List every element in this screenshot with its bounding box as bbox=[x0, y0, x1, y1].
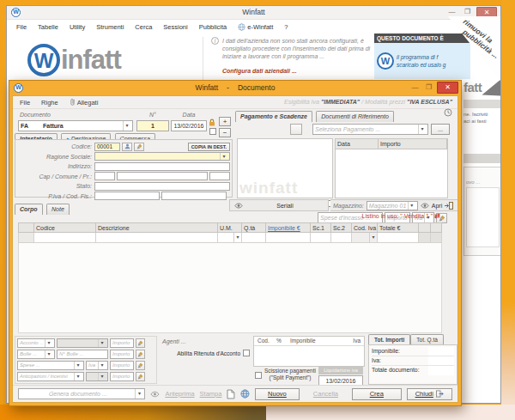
eye-icon[interactable] bbox=[150, 391, 160, 398]
customer-code-field[interactable]: 00001 bbox=[94, 143, 120, 151]
item-code-cell[interactable] bbox=[33, 233, 95, 243]
document-date-field[interactable]: 13/02/2016 bbox=[171, 120, 207, 131]
clear-bolle-button[interactable] bbox=[136, 350, 145, 359]
comune-field[interactable] bbox=[117, 172, 208, 180]
cancella-button[interactable]: Cancella bbox=[305, 390, 347, 398]
customer-lookup-button[interactable] bbox=[122, 143, 132, 151]
split-payment-checkbox[interactable] bbox=[255, 372, 262, 379]
maximize-icon[interactable]: ❐ bbox=[423, 82, 434, 93]
dialog-titlebar[interactable]: W Winfatt-Documento — ❐ ✕ bbox=[9, 81, 461, 95]
door-exit-icon[interactable] bbox=[445, 202, 453, 210]
company-name-select[interactable]: ▾ bbox=[94, 152, 230, 161]
dialog-title: Winfatt-Documento bbox=[9, 83, 461, 92]
chiudi-button[interactable]: Chiudi bbox=[407, 388, 452, 400]
item-qty-cell[interactable] bbox=[241, 233, 265, 243]
menu-righe[interactable]: Righe bbox=[41, 99, 58, 107]
menu-pubblicita[interactable]: Pubblicità bbox=[199, 23, 227, 31]
apri-button[interactable]: Apri bbox=[432, 203, 442, 209]
agenti-label: Agenti ... bbox=[162, 338, 186, 344]
globe-icon[interactable] bbox=[240, 389, 250, 399]
crea-button[interactable]: Crea bbox=[352, 388, 401, 400]
menu-help[interactable]: ? bbox=[284, 23, 288, 31]
seriali-group: Seriali bbox=[229, 199, 329, 211]
item-um-cell[interactable]: ▾ bbox=[217, 233, 241, 243]
menu-sessioni[interactable]: Sessioni bbox=[163, 23, 187, 31]
item-entry-row[interactable]: ▾ ▾ bbox=[18, 233, 442, 243]
acconto-type-select[interactable]: ▾ bbox=[57, 338, 108, 348]
document-icon[interactable] bbox=[227, 389, 235, 399]
clear-acconto-button[interactable] bbox=[136, 338, 145, 348]
anticipazioni-amount-field[interactable]: Importo bbox=[110, 372, 134, 381]
number-lock-checkbox[interactable] bbox=[209, 128, 216, 135]
eye-icon[interactable] bbox=[234, 203, 243, 209]
spese-vat-select[interactable]: Iva▾ bbox=[86, 361, 108, 370]
menu-allegati[interactable]: Allegati bbox=[70, 98, 99, 107]
clear-customer-button[interactable] bbox=[134, 143, 144, 151]
magazzino-select[interactable]: Magazzino 01 ▾ bbox=[367, 201, 418, 210]
row-selector[interactable] bbox=[18, 233, 33, 243]
payment-more-button[interactable]: ... bbox=[431, 124, 450, 135]
seriali-button[interactable]: Seriali bbox=[246, 203, 324, 209]
item-disc2-cell[interactable] bbox=[330, 233, 351, 243]
ritenuta-checkbox[interactable] bbox=[243, 350, 250, 356]
menu-tabelle[interactable]: Tabelle bbox=[38, 23, 58, 31]
row-button[interactable] bbox=[418, 233, 430, 243]
split-payment-label: Scissione pagamenti ("Split Payment") bbox=[264, 368, 317, 381]
col-data: Data bbox=[336, 139, 379, 149]
spese-select[interactable]: Spese ...▾ bbox=[17, 361, 84, 370]
anticipazioni-select[interactable]: Anticipazioni / Incentivi▾ bbox=[17, 372, 84, 381]
item-disc1-cell[interactable] bbox=[310, 233, 330, 243]
chevron-down-icon: ▾ bbox=[45, 339, 52, 347]
decrement-button[interactable]: − bbox=[219, 128, 231, 137]
scadenze-table[interactable]: Data Importo bbox=[335, 138, 448, 198]
swap-icon[interactable]: ⇄ bbox=[434, 212, 440, 220]
payment-select[interactable]: Seleziona Pagamento ... ▾ bbox=[312, 124, 428, 135]
clear-spese-button[interactable] bbox=[136, 361, 145, 370]
stampa-button[interactable]: Stampa bbox=[200, 390, 222, 398]
main-titlebar[interactable]: W Winfatt — ❐ ✕ bbox=[7, 6, 500, 20]
vat-number-field[interactable] bbox=[94, 192, 160, 200]
menu-strumenti[interactable]: Strumenti bbox=[96, 23, 124, 31]
menu-utility[interactable]: Utility bbox=[70, 23, 85, 31]
iscriviti-link[interactable]: Iscriviti bbox=[472, 112, 488, 117]
items-grid[interactable] bbox=[18, 243, 442, 333]
menu-file[interactable]: File bbox=[16, 23, 27, 31]
provincia-field[interactable] bbox=[209, 172, 230, 180]
codice-label: Codice: bbox=[15, 143, 94, 149]
menu-e-winfatt[interactable]: e-Winfatt bbox=[238, 23, 273, 31]
close-icon[interactable]: ✕ bbox=[437, 82, 458, 94]
item-price-cell[interactable] bbox=[265, 233, 310, 243]
generate-document-select[interactable]: Genera documento ... ▾ bbox=[18, 388, 145, 399]
configure-company-link[interactable]: Configura dati aziendali ... bbox=[222, 67, 371, 75]
fiscal-code-field[interactable] bbox=[161, 192, 227, 200]
acconto-amount-field[interactable]: Importo bbox=[110, 338, 134, 348]
bolle-amount-field[interactable]: Importo bbox=[110, 350, 134, 359]
anticipazioni-type-select[interactable]: ▾ bbox=[86, 372, 108, 381]
nuovo-button[interactable]: Nuovo bbox=[255, 388, 299, 400]
country-field[interactable] bbox=[94, 182, 230, 191]
col-imponibile[interactable]: Imponibile € bbox=[265, 222, 310, 233]
menu-file[interactable]: File bbox=[20, 99, 30, 107]
spese-amount-field[interactable]: Importo bbox=[110, 361, 134, 370]
cap-field[interactable] bbox=[94, 172, 115, 180]
item-description-cell[interactable] bbox=[95, 233, 217, 243]
row-button[interactable] bbox=[430, 233, 442, 243]
bolle-select[interactable]: Bolle ...▾ bbox=[17, 350, 55, 359]
menu-cerca[interactable]: Cerca bbox=[135, 23, 152, 31]
clock-icon[interactable] bbox=[444, 108, 452, 117]
anteprima-button[interactable]: Anteprima bbox=[165, 390, 194, 398]
bolle-number-field[interactable]: N° Bolle ... bbox=[57, 350, 108, 359]
address-field[interactable] bbox=[94, 162, 230, 171]
clear-anticipazioni-button[interactable] bbox=[136, 372, 145, 381]
acconto-select[interactable]: Acconto ...▾ bbox=[17, 338, 55, 348]
payment-tool-button[interactable] bbox=[290, 124, 302, 135]
eye-icon[interactable] bbox=[421, 203, 429, 209]
ad-banner-text: il programma di f scaricalo ed usalo g bbox=[397, 53, 445, 69]
item-vat-cell[interactable]: ▾ bbox=[351, 233, 377, 243]
minimize-icon[interactable]: — bbox=[409, 82, 421, 93]
item-total-cell[interactable] bbox=[377, 233, 418, 243]
main-window-title: Winfatt bbox=[7, 8, 500, 16]
increment-button[interactable]: + bbox=[219, 117, 231, 126]
lock-icon[interactable] bbox=[209, 119, 215, 126]
copy-to-destination-button[interactable]: COPIA IN DEST. bbox=[188, 143, 230, 151]
